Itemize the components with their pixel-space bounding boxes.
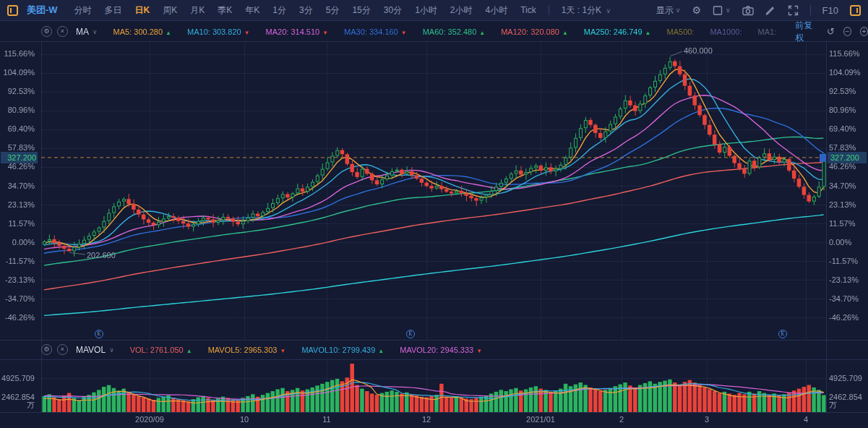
volume-axis-label-left: 4925.709 (0, 374, 35, 383)
earnings-event-badge: E (406, 330, 415, 338)
f10-info-button[interactable]: F10 (822, 5, 838, 16)
ma-item-4[interactable]: MA60: 352.480▲ (423, 27, 486, 36)
adjust-mode-button[interactable]: 前复权 (795, 20, 817, 44)
layout-selector-icon[interactable]: ∨ (713, 5, 731, 16)
indicator-settings-gear-icon[interactable]: ⚙ (41, 344, 52, 355)
ma-item-5[interactable]: MA120: 320.080▲ (501, 27, 568, 36)
y-axis-label-right: 80.96% (829, 106, 867, 115)
volume-indicator-bar: ⚙ × MAVOL ∨ VOL: 2761.050▲MAVOL5: 2965.3… (0, 340, 868, 359)
y-axis-label-right: -23.13% (829, 275, 867, 285)
chevron-down-icon[interactable]: ∨ (109, 346, 114, 354)
period-tab-13[interactable]: 2小时 (450, 4, 473, 17)
mavol-legend: VOL: 2761.050▲MAVOL5: 2965.303▼MAVOL10: … (114, 346, 482, 354)
main-indicator-bar: ⚙ × MA ∨ MA5: 300.280▲MA10: 303.820▼MA20… (0, 22, 868, 41)
ma-item-2[interactable]: MA20: 314.510▼ (266, 27, 329, 36)
compound-period-selector[interactable]: 1天 : 1分K ∨ (562, 4, 611, 17)
ma-item-7[interactable]: MA500: (667, 27, 695, 36)
mavol-label: MAVOL10: (301, 346, 342, 354)
period-tab-10[interactable]: 15分 (352, 4, 370, 17)
mavol-item-0[interactable]: VOL: 2761.050▲ (130, 346, 192, 354)
indicator-close-icon[interactable]: × (57, 344, 68, 355)
up-arrow-icon: ▲ (479, 30, 485, 36)
indicator-settings-gear-icon[interactable]: ⚙ (41, 26, 52, 37)
stock-title[interactable]: 美团-W (27, 4, 58, 17)
candlestick-chart-canvas[interactable] (0, 0, 868, 428)
period-tab-4[interactable]: 月K (190, 4, 205, 17)
period-tab-14[interactable]: 4小时 (486, 4, 508, 17)
y-axis-label-left: 46.26% (0, 162, 35, 171)
y-axis-label-left: 104.09% (0, 68, 35, 77)
indicator-close-icon[interactable]: × (57, 26, 68, 37)
ma-item-8[interactable]: MA1000: (710, 27, 742, 36)
left-panel-toggle-icon[interactable] (7, 5, 18, 16)
ma-value: 300.280 (134, 27, 163, 36)
period-tab-3[interactable]: 周K (163, 4, 177, 17)
indicator-group-label[interactable]: MAVOL (76, 345, 106, 355)
period-tab-11[interactable]: 30分 (384, 4, 402, 17)
right-panel-toggle-icon[interactable] (850, 5, 861, 16)
up-arrow-icon: ▲ (645, 30, 651, 36)
toolbar-divider (549, 5, 549, 15)
period-tab-9[interactable]: 5分 (326, 4, 340, 17)
period-tab-1[interactable]: 多日 (105, 4, 122, 17)
ma-label: MA5: (113, 27, 134, 36)
mavol-item-1[interactable]: MAVOL5: 2965.303▼ (208, 346, 286, 354)
ma-item-6[interactable]: MA250: 246.749▲ (584, 27, 651, 36)
ma-legend: MA5: 300.280▲MA10: 303.820▼MA20: 314.510… (98, 27, 777, 36)
x-axis-date-label: 2020/09 (135, 415, 164, 424)
y-axis-label-left: 11.57% (0, 219, 35, 228)
up-arrow-icon: ▲ (166, 30, 171, 36)
x-axis-date-label: 4 (804, 415, 808, 424)
period-tab-0[interactable]: 分时 (74, 4, 92, 17)
fullscreen-expand-icon[interactable] (788, 5, 799, 16)
period-tab-6[interactable]: 年K (245, 4, 259, 17)
y-axis-label-left: -34.70% (0, 294, 35, 304)
display-menu-button[interactable]: 显示 ∨ (656, 4, 681, 17)
settings-gear-icon[interactable]: ⚙ (692, 4, 701, 16)
ma-value: 303.820 (212, 27, 241, 36)
y-axis-label-left: -46.26% (0, 313, 35, 322)
y-axis-label-left: -11.57% (0, 257, 35, 266)
ma-item-0[interactable]: MA5: 300.280▲ (113, 27, 171, 36)
y-axis-label-right: 23.13% (829, 200, 867, 210)
y-axis-label-left: 115.66% (0, 49, 35, 59)
screenshot-camera-icon[interactable] (742, 5, 754, 16)
x-axis-date-label: 2 (619, 415, 624, 424)
y-axis-label-right: 34.70% (829, 181, 867, 191)
down-arrow-icon: ▼ (280, 348, 285, 354)
ma-value: 352.480 (448, 27, 477, 36)
volume-axis-label-right: 4925.709 (829, 374, 867, 383)
ma-item-9[interactable]: MA1: (757, 27, 776, 36)
indicator-group-label[interactable]: MA (76, 27, 89, 37)
chevron-down-icon: ∨ (726, 7, 731, 14)
period-tabs: 分时多日日K周K月K季K年K1分3分5分15分30分1小时2小时4小时Tick (68, 4, 543, 17)
ma-item-1[interactable]: MA10: 303.820▼ (187, 27, 250, 36)
y-axis-label-left: 34.70% (0, 181, 35, 191)
period-tab-7[interactable]: 1分 (272, 4, 286, 17)
ma-item-3[interactable]: MA30: 334.160▼ (344, 27, 407, 36)
y-axis-label-right: -46.26% (829, 313, 867, 322)
mavol-item-2[interactable]: MAVOL10: 2799.439▲ (301, 346, 384, 354)
chevron-down-icon: ∨ (676, 7, 681, 14)
ma-label: MA10: (187, 27, 212, 36)
period-tab-8[interactable]: 3分 (299, 4, 313, 17)
period-tab-2[interactable]: 日K (135, 4, 150, 17)
undo-icon[interactable]: ↺ (827, 26, 835, 37)
mavol-item-3[interactable]: MAVOL20: 2945.333▼ (400, 346, 482, 354)
y-axis-label-left: 69.40% (0, 124, 35, 134)
chevron-down-icon[interactable]: ∨ (93, 28, 98, 35)
zoom-out-icon[interactable]: − (843, 27, 851, 36)
down-arrow-icon: ▼ (244, 30, 250, 36)
mavol-value: 2945.333 (440, 346, 473, 354)
ma-value: 314.510 (291, 27, 319, 36)
ma-value: 246.749 (614, 27, 643, 36)
zoom-in-icon[interactable]: + (860, 27, 868, 36)
x-axis-date-label: 10 (240, 415, 249, 424)
ma-value: 320.080 (530, 27, 559, 36)
period-tab-15[interactable]: Tick (520, 5, 536, 15)
draw-pencil-icon[interactable] (765, 5, 776, 16)
period-tab-12[interactable]: 1小时 (415, 4, 437, 17)
compound-period-label: 1天 : 1分K (562, 5, 601, 15)
earnings-event-badge: E (778, 330, 787, 338)
period-tab-5[interactable]: 季K (218, 4, 232, 17)
